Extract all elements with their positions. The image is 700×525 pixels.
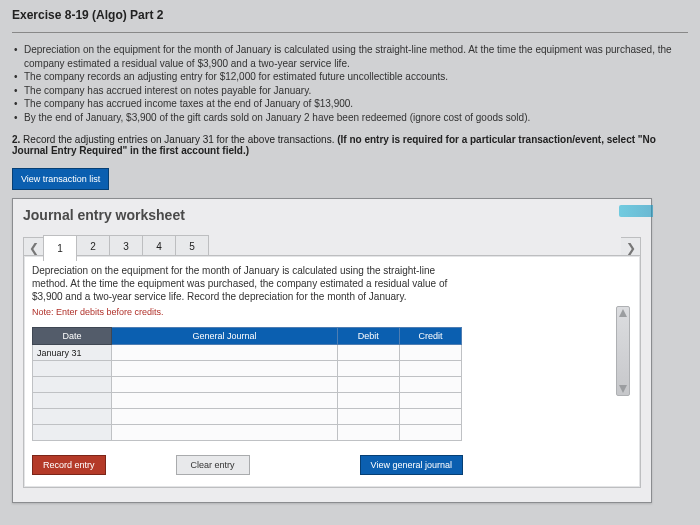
clear-entry-button[interactable]: Clear entry (176, 455, 250, 475)
note-text: Note: Enter debits before credits. (32, 307, 632, 317)
tab-2[interactable]: 2 (76, 235, 110, 257)
cell-account[interactable] (112, 377, 338, 393)
record-entry-button[interactable]: Record entry (32, 455, 106, 475)
tab-panel: Depreciation on the equipment for the mo… (23, 255, 641, 488)
cell-debit[interactable] (337, 393, 399, 409)
table-row (33, 409, 462, 425)
tab-1[interactable]: 1 (43, 235, 77, 261)
cell-credit[interactable] (399, 361, 461, 377)
journal-entry-worksheet: Journal entry worksheet ❮ 1 2 3 4 5 ❯ De… (12, 198, 652, 503)
bullet-5: By the end of January, $3,900 of the gif… (12, 111, 688, 125)
view-general-journal-button[interactable]: View general journal (360, 455, 463, 475)
cell-debit[interactable] (337, 409, 399, 425)
cell-date (33, 425, 112, 441)
bullet-1: Depreciation on the equipment for the mo… (12, 43, 688, 70)
table-row (33, 377, 462, 393)
cell-credit[interactable] (399, 345, 461, 361)
worksheet-title: Journal entry worksheet (23, 207, 641, 223)
cell-date (33, 361, 112, 377)
cell-date (33, 377, 112, 393)
cell-credit[interactable] (399, 393, 461, 409)
exercise-title: Exercise 8-19 (Algo) Part 2 (12, 8, 688, 22)
cell-account[interactable] (112, 409, 338, 425)
scenario-bullets: Depreciation on the equipment for the mo… (12, 43, 688, 124)
col-debit-header: Debit (337, 328, 399, 345)
decorative-ribbon (619, 205, 653, 217)
table-row (33, 361, 462, 377)
cell-account[interactable] (112, 393, 338, 409)
instruction-text: Record the adjusting entries on January … (20, 134, 337, 145)
col-date-header: Date (33, 328, 112, 345)
divider (12, 32, 688, 33)
cell-account[interactable] (112, 361, 338, 377)
cell-credit[interactable] (399, 425, 461, 441)
cell-credit[interactable] (399, 409, 461, 425)
cell-date (33, 409, 112, 425)
cell-account[interactable] (112, 345, 338, 361)
tab-3[interactable]: 3 (109, 235, 143, 257)
col-credit-header: Credit (399, 328, 461, 345)
cell-debit[interactable] (337, 361, 399, 377)
bullet-2: The company records an adjusting entry f… (12, 70, 688, 84)
cell-debit[interactable] (337, 345, 399, 361)
scrollbar[interactable] (616, 306, 630, 396)
cell-credit[interactable] (399, 377, 461, 393)
cell-date (33, 393, 112, 409)
cell-account[interactable] (112, 425, 338, 441)
bullet-4: The company has accrued income taxes at … (12, 97, 688, 111)
instruction: 2. Record the adjusting entries on Janua… (12, 134, 688, 156)
cell-date: January 31 (33, 345, 112, 361)
journal-entry-table: Date General Journal Debit Credit Januar… (32, 327, 462, 441)
cell-debit[interactable] (337, 377, 399, 393)
view-transaction-list-button[interactable]: View transaction list (12, 168, 109, 190)
table-row (33, 393, 462, 409)
tab-5[interactable]: 5 (175, 235, 209, 257)
table-row (33, 425, 462, 441)
tab-4[interactable]: 4 (142, 235, 176, 257)
cell-debit[interactable] (337, 425, 399, 441)
col-general-journal-header: General Journal (112, 328, 338, 345)
table-row: January 31 (33, 345, 462, 361)
entry-description: Depreciation on the equipment for the mo… (32, 264, 472, 303)
bullet-3: The company has accrued interest on note… (12, 84, 688, 98)
